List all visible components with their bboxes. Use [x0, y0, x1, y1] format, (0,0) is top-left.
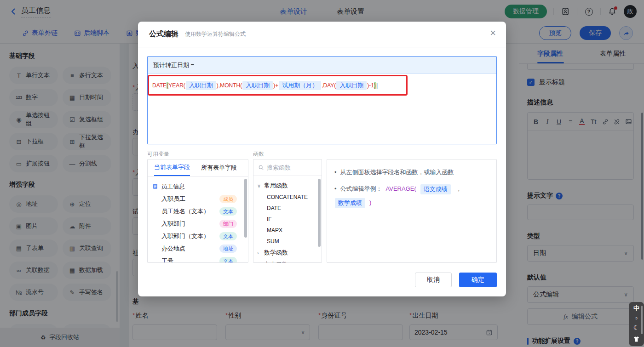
function-group-common[interactable]: ∨常用函数 [257, 180, 318, 192]
widget-scrollbar [641, 306, 643, 334]
tip-line-2: • 公式编辑举例： AVERAGE( 语文成绩 ， 数学成绩 ) [334, 184, 489, 208]
function-item[interactable]: CONCATENATE [257, 192, 318, 203]
variables-panel: 当前表单字段 所有表单字段 员工信息 入职员工成员 员工姓名（文本）文本 入职部… [147, 159, 248, 263]
modal-subtitle: 使用数学运算符编辑公式 [185, 30, 246, 38]
example-chip: 语文成绩 [420, 184, 451, 194]
function-search-input[interactable] [267, 164, 308, 171]
type-badge: 成员 [219, 195, 237, 203]
functions-scrollbar[interactable] [318, 179, 321, 247]
variables-label: 可用变量 [147, 150, 169, 158]
type-badge: 文本 [219, 257, 237, 263]
type-badge: 部门 [219, 220, 237, 228]
translate-extension-widget: 中 ɔ ☾ [629, 302, 644, 346]
variables-scrollbar[interactable] [244, 179, 247, 238]
function-group-math[interactable]: ›数学函数 [257, 247, 318, 259]
type-badge: 文本 [219, 232, 237, 240]
formula-body[interactable]: DATE(YEAR(入职日期),MONTH(入职日期)+试用期（月）,DAY(入… [148, 74, 496, 144]
close-icon[interactable]: × [490, 28, 496, 38]
language-toggle-icon[interactable]: 中 [633, 306, 639, 311]
search-icon [258, 165, 264, 171]
confirm-button[interactable]: 确定 [459, 273, 497, 287]
dark-mode-moon-icon[interactable]: ☾ [633, 324, 639, 331]
function-item[interactable]: MAPX [257, 225, 318, 236]
functions-panel: ∨常用函数 CONCATENATE DATE IF MAPX SUM ›数学函数… [253, 159, 322, 263]
modal-title: 公式编辑 [149, 29, 178, 39]
function-group-text[interactable]: ›文本函数 [257, 259, 318, 263]
formula-expression[interactable]: DATE(YEAR(入职日期),MONTH(入职日期)+试用期（月）,DAY(入… [148, 74, 496, 90]
field-chip[interactable]: 入职日期 [336, 81, 367, 90]
chevron-right-icon: › [257, 250, 262, 256]
tab-current-form-fields[interactable]: 当前表单字段 [154, 159, 190, 176]
example-chip: 数学成绩 [335, 198, 365, 208]
tips-panel: • 从左侧面板选择字段名和函数，或输入函数 • 公式编辑举例： AVERAGE(… [327, 159, 497, 263]
function-item[interactable]: IF [257, 214, 318, 225]
screen: 员工信息 表单设计 表单设置 数据管理 ? 政 [0, 0, 644, 347]
functions-label: 函数 [253, 150, 264, 158]
field-chip[interactable]: 入职日期 [242, 81, 273, 90]
variable-item[interactable]: 入职部门部门 [152, 217, 243, 230]
theme-shirt-icon[interactable] [633, 336, 640, 342]
text-cursor: | [376, 82, 378, 89]
form-node[interactable]: 员工信息 [152, 180, 243, 193]
variable-item[interactable]: 工号文本 [152, 255, 243, 263]
function-search[interactable] [253, 159, 322, 176]
variable-item[interactable]: 入职部门（文本）文本 [152, 230, 243, 242]
type-badge: 文本 [219, 207, 237, 216]
field-chip[interactable]: 入职日期 [186, 81, 216, 90]
tip-line-1: • 从左侧面板选择字段名和函数，或输入函数 [334, 168, 489, 177]
chevron-down-icon: ∨ [257, 183, 262, 189]
variable-item[interactable]: 入职员工成员 [152, 193, 243, 205]
language-small-icon: ɔ [635, 316, 638, 320]
formula-editor: 预计转正日期 = DATE(YEAR(入职日期),MONTH(入职日期)+试用期… [147, 56, 497, 144]
form-doc-icon [152, 183, 158, 189]
matched-paren: ) [374, 82, 376, 89]
field-chip[interactable]: 试用期（月） [279, 81, 321, 90]
formula-edit-modal: 公式编辑 使用数学运算符编辑公式 × 预计转正日期 = DATE(YEAR(入职… [138, 22, 506, 296]
function-item[interactable]: SUM [257, 236, 318, 247]
formula-target: 预计转正日期 = [148, 57, 496, 74]
tab-all-form-fields[interactable]: 所有表单字段 [201, 159, 237, 176]
variable-item[interactable]: 员工姓名（文本）文本 [152, 205, 243, 217]
function-item[interactable]: DATE [257, 203, 318, 214]
variable-item[interactable]: 办公地点地址 [152, 242, 243, 255]
chevron-right-icon: › [257, 262, 262, 263]
cancel-button[interactable]: 取消 [415, 273, 452, 287]
type-badge: 地址 [219, 245, 237, 253]
